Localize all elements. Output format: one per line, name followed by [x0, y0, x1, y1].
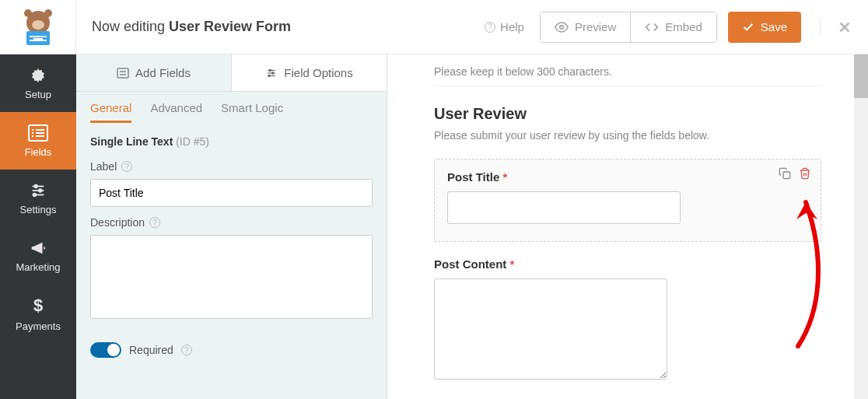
preview-label: Preview [575, 20, 616, 33]
list-icon [28, 124, 48, 142]
preview-field1-label: Post Title [447, 170, 499, 184]
preview-input-postcontent[interactable] [434, 278, 667, 380]
embed-button[interactable]: Embed [630, 12, 716, 42]
save-label: Save [761, 20, 787, 33]
form-name: User Review Form [169, 19, 291, 34]
required-toggle[interactable] [90, 342, 121, 358]
save-button[interactable]: Save [728, 12, 801, 43]
options-icon [265, 68, 278, 79]
nav-setup[interactable]: Setup [0, 54, 76, 112]
tab-field-options[interactable]: Field Options [232, 54, 387, 91]
help-label: Help [500, 20, 524, 33]
svg-point-21 [269, 69, 271, 71]
close-icon [836, 19, 853, 36]
subtab-general[interactable]: General [90, 101, 131, 123]
duplicate-icon[interactable] [779, 167, 791, 180]
svg-rect-26 [783, 172, 790, 179]
svg-rect-17 [117, 68, 128, 78]
page-title: Now editing User Review Form [76, 19, 485, 35]
field-id: (ID #5) [176, 135, 209, 148]
divider [434, 86, 821, 86]
trash-icon[interactable] [799, 167, 811, 180]
char-hint: Please keep it below 300 characters. [434, 65, 821, 78]
preview-button[interactable]: Preview [541, 12, 630, 42]
svg-point-23 [272, 72, 274, 73]
description-input[interactable] [90, 235, 373, 319]
nav-fields-label: Fields [25, 146, 52, 158]
nav-settings[interactable]: Settings [0, 170, 76, 227]
gear-icon [30, 67, 47, 84]
add-fields-icon [117, 68, 129, 79]
code-icon [645, 20, 659, 34]
required-label: Required [129, 344, 173, 356]
section-title: User Review [434, 105, 821, 123]
tab-add-label: Add Fields [135, 66, 191, 79]
dollar-icon: $ [33, 296, 43, 316]
megaphone-icon [30, 240, 47, 257]
tab-add-fields[interactable]: Add Fields [76, 54, 232, 91]
nav-fields[interactable]: Fields [0, 112, 76, 170]
section-desc: Please submit your user review by using … [434, 129, 821, 142]
field-type-name: Single Line Text [90, 135, 173, 148]
nav-payments[interactable]: $ Payments [0, 285, 76, 342]
tab-options-label: Field Options [284, 66, 352, 79]
svg-point-16 [33, 193, 37, 196]
preview-input-posttitle[interactable] [447, 191, 681, 224]
nav-setup-label: Setup [25, 89, 51, 100]
required-asterisk-2: * [510, 257, 515, 271]
nav-settings-label: Settings [20, 204, 57, 215]
help-icon: ? [485, 22, 495, 33]
required-asterisk: * [502, 170, 507, 184]
scrollbar-thumb[interactable] [854, 54, 868, 98]
nav-payments-label: Payments [16, 320, 61, 332]
nav-marketing[interactable]: Marketing [0, 227, 76, 285]
selected-field-card[interactable]: Post Title * [434, 159, 821, 242]
editing-prefix: Now editing [92, 19, 169, 34]
preview-field2-label: Post Content [434, 257, 506, 271]
svg-point-14 [39, 189, 42, 192]
help-icon-description[interactable]: ? [149, 217, 160, 228]
label-caption: Label [90, 160, 117, 173]
label-input[interactable] [90, 179, 373, 207]
sliders-icon [30, 182, 47, 199]
field-type-heading: Single Line Text (ID #5) [90, 135, 373, 148]
svg-point-12 [34, 184, 37, 187]
help-link[interactable]: ? Help [485, 20, 524, 33]
nav-marketing-label: Marketing [16, 261, 60, 273]
description-caption: Description [90, 216, 145, 229]
subtab-advanced[interactable]: Advanced [150, 101, 202, 123]
svg-point-0 [560, 25, 564, 29]
subtab-smart[interactable]: Smart Logic [221, 101, 283, 123]
preview-field2[interactable]: Post Content * [434, 257, 821, 383]
embed-label: Embed [665, 20, 702, 33]
eye-icon [555, 20, 569, 34]
logo-mascot [0, 0, 76, 54]
help-icon-label[interactable]: ? [121, 161, 132, 172]
help-icon-required[interactable]: ? [181, 345, 192, 355]
close-button[interactable] [820, 19, 868, 36]
scrollbar-track[interactable] [854, 54, 868, 399]
svg-point-25 [268, 75, 270, 76]
check-icon [742, 21, 754, 33]
